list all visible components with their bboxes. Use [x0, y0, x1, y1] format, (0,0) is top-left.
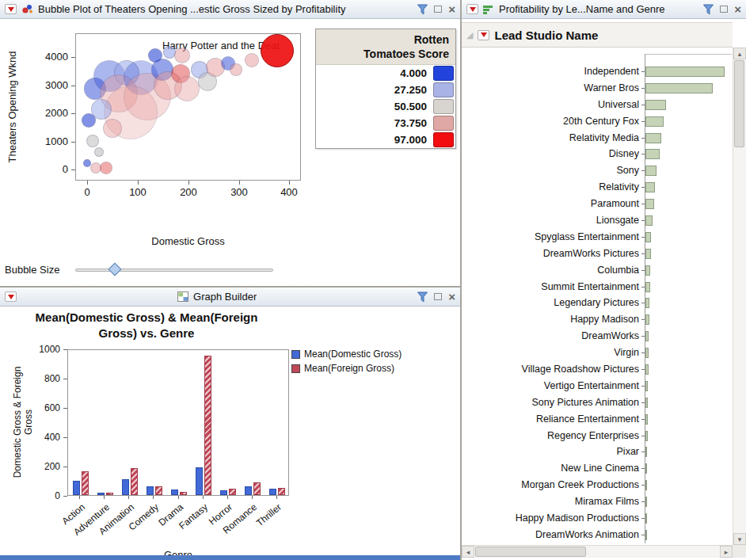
studio-bar[interactable]	[645, 348, 649, 358]
studio-bar[interactable]	[645, 530, 647, 540]
studio-bar[interactable]	[645, 331, 649, 341]
studio-bar[interactable]	[645, 398, 648, 408]
studio-bar[interactable]	[645, 513, 647, 524]
maximize-icon[interactable]	[434, 293, 442, 300]
bubble-mark[interactable]	[148, 48, 162, 63]
legend-entry[interactable]: 4.000	[316, 65, 455, 82]
bubble-size-slider-track[interactable]	[75, 269, 273, 272]
legend-item[interactable]: Mean(Foreign Gross)	[291, 363, 402, 374]
studio-bar[interactable]	[645, 83, 713, 93]
domestic-gross-bar[interactable]	[147, 486, 154, 495]
genre-chart-plot-area[interactable]	[67, 349, 289, 496]
studio-bar[interactable]	[645, 480, 647, 490]
studio-bar[interactable]	[645, 447, 647, 457]
x-tick-mark	[87, 181, 88, 185]
vertical-scrollbar[interactable]: ▴ ▾	[733, 48, 746, 545]
horizontal-scrollbar[interactable]: ◂ ▸	[462, 545, 733, 558]
domestic-gross-bar[interactable]	[122, 479, 129, 495]
horizontal-scrollbar-thumb[interactable]	[475, 547, 586, 557]
studio-bar[interactable]	[645, 232, 651, 242]
studio-bar[interactable]	[645, 314, 649, 325]
axis-tick	[641, 535, 645, 535]
bubble-mark[interactable]	[82, 113, 96, 128]
collapse-icon[interactable]: ◢	[466, 30, 473, 40]
foreign-gross-bar[interactable]	[278, 488, 285, 495]
bubble-mark[interactable]	[174, 48, 190, 63]
foreign-gross-bar[interactable]	[253, 482, 261, 495]
legend-swatch	[433, 99, 454, 114]
studio-label: Lionsgate	[462, 212, 639, 229]
studio-bar[interactable]	[645, 249, 651, 259]
bubble-mark[interactable]	[230, 63, 242, 76]
studio-bar[interactable]	[645, 67, 725, 77]
domestic-gross-bar[interactable]	[73, 481, 80, 495]
studio-bar[interactable]	[645, 133, 661, 143]
scroll-down-icon[interactable]: ▾	[733, 533, 746, 545]
studio-label: Virgin	[462, 345, 639, 361]
studio-bar[interactable]	[645, 497, 647, 507]
foreign-gross-bar[interactable]	[180, 492, 187, 495]
close-icon[interactable]: ×	[448, 291, 455, 303]
red-triangle-menu-icon[interactable]	[5, 291, 17, 302]
studio-bar[interactable]	[645, 215, 653, 226]
foreign-gross-bar[interactable]	[82, 471, 89, 495]
studio-bar[interactable]	[645, 463, 647, 474]
studio-bar[interactable]	[645, 265, 650, 276]
bubble-mark[interactable]	[245, 53, 259, 67]
studio-label: Legendary Pictures	[462, 295, 639, 311]
scroll-left-icon[interactable]: ◂	[462, 546, 474, 558]
studio-bar[interactable]	[645, 166, 657, 176]
legend-title-line2: Tomatoes Score	[322, 47, 449, 61]
bubble-mark[interactable]	[94, 147, 104, 157]
bubble-mark[interactable]	[100, 162, 112, 174]
domestic-gross-bar[interactable]	[196, 467, 203, 495]
y-tick-mark	[71, 142, 75, 143]
bubble-mark[interactable]	[174, 76, 200, 101]
scroll-right-icon[interactable]: ▸	[720, 546, 733, 558]
studio-bar[interactable]	[645, 100, 666, 110]
domestic-gross-bar[interactable]	[245, 486, 252, 495]
legend-entry[interactable]: 97.000	[316, 131, 455, 148]
studio-bar[interactable]	[645, 381, 648, 391]
studio-bar[interactable]	[645, 182, 655, 192]
studio-bar[interactable]	[645, 364, 649, 375]
filter-icon[interactable]	[417, 291, 428, 303]
studio-bar[interactable]	[645, 199, 654, 209]
bubble-mark[interactable]	[86, 135, 99, 147]
foreign-gross-bar[interactable]	[106, 493, 113, 495]
studio-bar[interactable]	[645, 414, 648, 425]
legend-entry[interactable]: 27.250	[316, 82, 455, 98]
legend-item[interactable]: Mean(Domestic Gross)	[291, 349, 402, 360]
foreign-gross-bar[interactable]	[131, 468, 138, 495]
foreign-gross-bar[interactable]	[229, 489, 236, 495]
graph-builder-title: Graph Builder	[193, 291, 257, 303]
profitability-panel: Profitability by Le...Name and Genre × ◢…	[462, 0, 746, 560]
studio-bar[interactable]	[645, 149, 660, 159]
axis-tick	[641, 436, 645, 436]
axis-tick	[641, 386, 645, 387]
y-tick-label: 1000	[33, 135, 68, 147]
close-icon[interactable]: ×	[734, 3, 741, 15]
legend-entry[interactable]: 73.750	[316, 115, 455, 131]
bubble-mark[interactable]	[103, 119, 122, 138]
vertical-scrollbar-thumb[interactable]	[734, 60, 744, 147]
foreign-gross-bar[interactable]	[155, 486, 162, 495]
red-triangle-menu-icon[interactable]	[478, 30, 489, 40]
domestic-gross-bar[interactable]	[269, 489, 276, 495]
studio-bar[interactable]	[645, 298, 649, 308]
domestic-gross-bar[interactable]	[171, 490, 178, 495]
studio-bar[interactable]	[645, 116, 664, 127]
studio-bar[interactable]	[645, 282, 650, 292]
legend-entry[interactable]: 50.500	[316, 98, 455, 115]
studio-bar[interactable]	[645, 431, 648, 441]
studio-label: Vertigo Entertainment	[462, 378, 639, 394]
axis-tick	[641, 220, 645, 221]
bubble-mark[interactable]	[261, 34, 294, 67]
domestic-gross-bar[interactable]	[97, 493, 105, 495]
domestic-gross-bar[interactable]	[220, 490, 227, 495]
scroll-up-icon[interactable]: ▴	[733, 48, 746, 59]
maximize-icon[interactable]	[720, 6, 728, 13]
red-triangle-menu-icon[interactable]	[466, 4, 478, 14]
filter-icon[interactable]	[703, 4, 714, 15]
foreign-gross-bar[interactable]	[204, 356, 211, 495]
